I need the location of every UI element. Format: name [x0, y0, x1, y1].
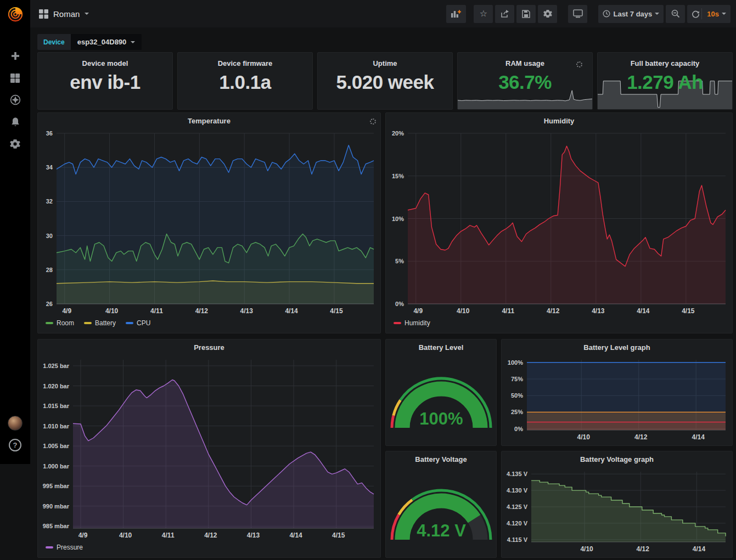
star-icon: ☆ [480, 9, 487, 18]
svg-text:4/12: 4/12 [547, 307, 560, 315]
humidity-chart[interactable]: 0%5%10%15%20%4/94/104/114/124/134/144/15 [386, 128, 732, 317]
dashboards-icon[interactable] [0, 67, 30, 89]
legend-swatch [84, 322, 92, 324]
time-range-picker[interactable]: Last 7 days [598, 5, 664, 23]
svg-text:4/14: 4/14 [637, 307, 650, 315]
panel-device-model: Device model env ib-1 [37, 52, 173, 110]
svg-text:4/10: 4/10 [119, 531, 132, 539]
alerting-icon[interactable] [0, 111, 30, 133]
svg-text:4/14: 4/14 [692, 433, 705, 441]
svg-text:4.125 V: 4.125 V [507, 504, 528, 510]
panel-title[interactable]: Battery Level [386, 340, 496, 354]
panel-battery-level-graph: Battery Level graph 0%25%50%75%100%4/104… [501, 339, 733, 446]
svg-text:4/9: 4/9 [62, 307, 71, 315]
add-panel-button[interactable] [446, 5, 466, 23]
panel-title[interactable]: Battery Level graph [502, 340, 732, 354]
panel-title[interactable]: Humidity [386, 113, 732, 128]
panel-title[interactable]: Battery Voltage graph [502, 451, 732, 466]
svg-text:1.000 bar: 1.000 bar [43, 463, 69, 470]
battery-level-chart[interactable]: 0%25%50%75%100%4/104/124/14 [502, 354, 732, 443]
panel-title[interactable]: Temperature [38, 113, 380, 128]
device-variable-dropdown[interactable]: esp32_04D890 [71, 34, 142, 50]
svg-text:4/12: 4/12 [634, 433, 648, 441]
svg-text:50%: 50% [511, 392, 523, 399]
save-icon [522, 10, 530, 18]
explore-icon[interactable] [0, 89, 30, 111]
share-button[interactable] [495, 5, 514, 23]
svg-text:4/13: 4/13 [247, 531, 260, 539]
clock-icon [603, 10, 610, 18]
svg-text:26: 26 [46, 301, 53, 307]
svg-text:30: 30 [46, 233, 53, 239]
configuration-icon[interactable] [0, 133, 30, 155]
svg-text:985 mbar: 985 mbar [43, 523, 70, 529]
stat-title: Full battery capacity [598, 59, 732, 67]
svg-text:5%: 5% [395, 258, 404, 264]
svg-text:4/9: 4/9 [413, 307, 423, 315]
svg-text:990 mbar: 990 mbar [43, 503, 70, 510]
svg-text:4/13: 4/13 [240, 307, 254, 315]
svg-text:4/9: 4/9 [78, 531, 88, 539]
svg-text:4.135 V: 4.135 V [507, 471, 528, 477]
panel-battery-level: Battery Level 100% [385, 339, 497, 446]
svg-text:4/10: 4/10 [580, 545, 593, 553]
add-panel-icon [451, 9, 462, 18]
svg-text:4/15: 4/15 [332, 531, 345, 539]
legend-item[interactable]: Battery [84, 319, 116, 327]
star-button[interactable]: ☆ [474, 5, 493, 23]
panel-pressure: Pressure 985 mbar990 mbar995 mbar1.000 b… [37, 339, 381, 558]
dashboard-settings-button[interactable] [538, 5, 557, 23]
variable-label: Device [37, 34, 71, 50]
stat-value: 1.279 Ah [598, 72, 732, 93]
panel-ram-usage: RAM usage 36.7% [457, 52, 593, 110]
svg-text:20%: 20% [392, 130, 404, 137]
svg-text:1.025 bar: 1.025 bar [43, 363, 69, 369]
grafana-logo[interactable] [0, 0, 30, 29]
battery-voltage-chart[interactable]: 4.115 V4.120 V4.125 V4.130 V4.135 V4/104… [502, 466, 732, 555]
humidity-legend: Humidity [386, 317, 732, 329]
legend-label: CPU [137, 319, 150, 327]
svg-text:15%: 15% [392, 173, 404, 179]
legend-item[interactable]: Humidity [394, 319, 430, 327]
create-icon[interactable] [0, 45, 30, 67]
legend-item[interactable]: Pressure [46, 544, 83, 551]
legend-label: Humidity [404, 319, 430, 327]
help-icon[interactable]: ? [0, 439, 30, 451]
legend-item[interactable]: Room [46, 319, 74, 327]
legend-label: Battery [95, 319, 116, 327]
stat-value: env ib-1 [38, 72, 172, 93]
svg-text:28: 28 [46, 267, 53, 273]
caret-down-icon [655, 13, 659, 17]
panel-title[interactable]: Battery Voltage [386, 451, 496, 466]
panel-title[interactable]: Pressure [38, 340, 380, 354]
panel-uptime: Uptime 5.020 week [317, 52, 453, 110]
chart-svg: 0%5%10%15%20%4/94/104/114/124/134/144/15 [386, 128, 732, 317]
grafana-logo-icon [7, 6, 24, 22]
legend-item[interactable]: CPU [126, 319, 150, 327]
svg-text:32: 32 [46, 198, 53, 205]
avatar [8, 416, 23, 431]
caret-down-icon [85, 13, 89, 17]
legend-swatch [394, 322, 401, 324]
user-avatar[interactable] [0, 416, 30, 431]
battery-level-gauge: 100% [386, 357, 496, 440]
sidebar: ? [0, 0, 30, 464]
dashboard-title-button[interactable]: Roman [39, 9, 89, 19]
tv-mode-icon [573, 9, 583, 18]
svg-text:4/11: 4/11 [162, 531, 175, 539]
stat-title: RAM usage [458, 59, 592, 67]
refresh-button[interactable]: 10s [687, 5, 731, 23]
temperature-chart[interactable]: 2628303234364/94/104/114/124/134/144/15 [38, 128, 380, 317]
tv-mode-button[interactable] [568, 5, 587, 23]
stat-value: 1.0.1a [178, 72, 312, 93]
svg-text:995 mbar: 995 mbar [43, 483, 70, 489]
chart-svg: 0%25%50%75%100%4/104/124/14 [502, 354, 732, 443]
panel-battery-capacity: Full battery capacity 1.279 Ah [597, 52, 733, 110]
zoom-out-button[interactable] [666, 5, 685, 23]
svg-text:4/10: 4/10 [105, 307, 119, 315]
pressure-chart[interactable]: 985 mbar990 mbar995 mbar1.000 bar1.005 b… [38, 354, 380, 541]
gauge-svg: 100% [386, 357, 496, 440]
save-button[interactable] [516, 5, 536, 23]
temperature-legend: RoomBatteryCPU [38, 317, 380, 329]
spinner-icon [370, 118, 376, 125]
